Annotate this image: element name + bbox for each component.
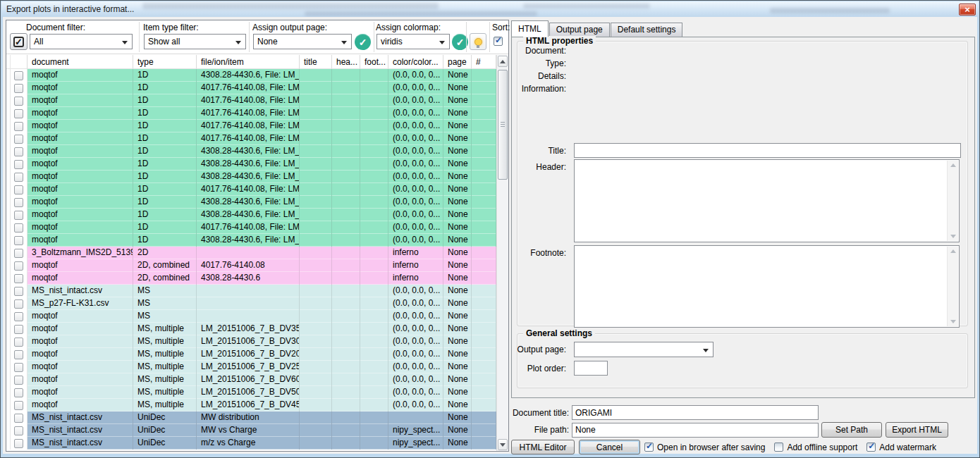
row-checkbox[interactable] bbox=[14, 185, 23, 194]
column-header-6[interactable]: color/color... bbox=[388, 55, 443, 69]
row-checkbox[interactable] bbox=[14, 350, 23, 359]
row-checkbox[interactable] bbox=[14, 287, 23, 296]
row-checkbox[interactable] bbox=[14, 388, 23, 397]
column-header-8[interactable]: # bbox=[472, 55, 496, 69]
table-row[interactable]: moqtof 2D, combined 4308.28-4430.6 infer… bbox=[6, 272, 496, 285]
row-checkbox[interactable] bbox=[14, 84, 23, 93]
html-editor-button[interactable]: HTML Editor bbox=[511, 440, 575, 454]
export-html-button[interactable]: Export HTML bbox=[886, 422, 948, 438]
row-checkbox[interactable] bbox=[14, 338, 23, 347]
column-header-7[interactable]: page bbox=[443, 55, 472, 69]
row-checkbox[interactable] bbox=[14, 122, 23, 131]
table-row[interactable]: moqtof 1D 4017.76-4140.08, File: LM... (… bbox=[6, 132, 496, 145]
row-checkbox[interactable] bbox=[14, 274, 23, 283]
table-row[interactable]: MS_nist_intact.csv UniDec m/z vs Charge … bbox=[6, 437, 496, 450]
row-checkbox[interactable] bbox=[14, 173, 23, 182]
close-button[interactable]: × bbox=[959, 4, 976, 16]
assign-colormap-select[interactable]: viridis bbox=[376, 34, 450, 49]
row-checkbox[interactable] bbox=[14, 439, 23, 448]
row-checkbox[interactable] bbox=[14, 363, 23, 372]
table-row[interactable]: moqtof 1D 4308.28-4430.6, File: LM_... (… bbox=[6, 234, 496, 247]
table-row[interactable]: 3_Boltzmann_IMS2D_5139... 2D inferno Non… bbox=[6, 247, 496, 259]
table-row[interactable]: moqtof 1D 4017.76-4140.08, File: LM... (… bbox=[6, 120, 496, 132]
column-header-2[interactable]: file/ion/item bbox=[197, 55, 300, 69]
document-filter-select[interactable]: All bbox=[30, 34, 133, 49]
row-checkbox-cell bbox=[11, 335, 27, 348]
table-row[interactable]: moqtof 1D 4017.76-4140.08, File: LM... (… bbox=[6, 183, 496, 196]
plot-order-input[interactable] bbox=[574, 361, 608, 376]
checkbox-add-watermark[interactable] bbox=[866, 442, 876, 452]
column-header-3[interactable]: title bbox=[300, 55, 332, 69]
set-path-button[interactable]: Set Path bbox=[821, 422, 882, 438]
row-checkbox[interactable] bbox=[14, 211, 23, 220]
table-row[interactable]: MS_p27-FL-K31.csv MS (0.0, 0.0, 0... Non… bbox=[6, 297, 496, 310]
table-row[interactable]: MS_nist_intact.csv UniDec MW distributio… bbox=[6, 411, 496, 424]
table-row[interactable]: moqtof 1D 4017.76-4140.08, File: LM... (… bbox=[6, 107, 496, 120]
row-checkbox[interactable] bbox=[14, 147, 23, 156]
table-row[interactable]: moqtof 1D 4308.28-4430.6, File: LM_... (… bbox=[6, 171, 496, 183]
table-row[interactable]: moqtof 1D 4308.28-4430.6, File: LM_... (… bbox=[6, 145, 496, 158]
item-type-filter-select[interactable]: Show all bbox=[144, 34, 246, 49]
check-all-button[interactable]: ✓ bbox=[10, 33, 27, 50]
row-checkbox[interactable] bbox=[14, 97, 23, 106]
row-checkbox[interactable] bbox=[14, 249, 23, 258]
title-input[interactable] bbox=[574, 143, 961, 158]
table-row[interactable]: MS_nist_intact.csv UniDec MW vs Charge n… bbox=[6, 424, 496, 437]
table-row[interactable]: moqtof 2D, combined 4017.76-4140.08 infe… bbox=[6, 259, 496, 272]
row-checkbox[interactable] bbox=[14, 376, 23, 385]
table-row[interactable]: moqtof MS, multiple LM_20151006_7_B_DV25… bbox=[6, 361, 496, 373]
column-header-1[interactable]: type bbox=[133, 55, 197, 69]
checkbox-add-offline-support[interactable] bbox=[774, 442, 783, 452]
document-title-input[interactable] bbox=[572, 405, 819, 420]
table-row[interactable]: moqtof 1D 4308.28-4430.6, File: LM_... (… bbox=[6, 69, 496, 82]
table-row[interactable]: moqtof MS (0.0, 0.0, 0... None bbox=[6, 310, 496, 323]
table-row[interactable]: moqtof 1D 4308.28-4430.6, File: LM_... (… bbox=[6, 196, 496, 209]
scroll-down-button[interactable] bbox=[498, 439, 508, 450]
row-checkbox[interactable] bbox=[14, 325, 23, 334]
column-header-5[interactable]: foot... bbox=[360, 55, 388, 69]
row-checkbox[interactable] bbox=[14, 71, 23, 80]
row-checkbox[interactable] bbox=[14, 236, 23, 245]
row-checkbox[interactable] bbox=[14, 426, 23, 435]
tab-default-settings[interactable]: Default settings bbox=[611, 23, 683, 37]
header-textarea[interactable] bbox=[574, 159, 960, 242]
apply-output-page-button[interactable]: ✓ bbox=[355, 34, 371, 50]
row-checkbox[interactable] bbox=[14, 414, 23, 423]
table-row[interactable]: moqtof MS, multiple LM_20151006_7_B_DV20… bbox=[6, 348, 496, 361]
row-checkbox[interactable] bbox=[14, 135, 23, 144]
table-row[interactable]: moqtof 1D 4308.28-4430.6, File: LM_... (… bbox=[6, 209, 496, 221]
titlebar[interactable]: Export plots in interactive format... × bbox=[1, 1, 979, 18]
assign-output-page-select[interactable]: None bbox=[253, 34, 352, 49]
row-checkbox[interactable] bbox=[14, 109, 23, 118]
row-checkbox[interactable] bbox=[14, 299, 23, 309]
table-row[interactable]: moqtof 1D 4017.76-4140.08, File: LM... (… bbox=[6, 221, 496, 234]
output-page-select[interactable] bbox=[574, 342, 713, 357]
footnote-textarea[interactable] bbox=[574, 245, 960, 328]
table-row[interactable]: moqtof MS, multiple LM_20151006_7_B_DV45… bbox=[6, 399, 496, 411]
table-row[interactable]: MS_nist_intact.csv MS (0.0, 0.0, 0... No… bbox=[6, 285, 496, 297]
textarea-scrollbar[interactable] bbox=[947, 161, 958, 241]
sort-checkbox[interactable] bbox=[494, 37, 503, 46]
table-row[interactable]: moqtof 1D 4017.76-4140.08, File: LM... (… bbox=[6, 82, 496, 94]
textarea-scrollbar[interactable] bbox=[947, 247, 958, 326]
table-row[interactable]: moqtof 1D 4308.28-4430.6, File: LM_... (… bbox=[6, 158, 496, 171]
column-header-4[interactable]: hea... bbox=[332, 55, 360, 69]
table-row[interactable]: moqtof MS, multiple LM_20151006_7_B_DV60… bbox=[6, 373, 496, 386]
table-row[interactable]: moqtof MS, multiple LM_20151006_7_B_DV30… bbox=[6, 335, 496, 348]
tab-html[interactable]: HTML bbox=[511, 20, 549, 37]
row-checkbox[interactable] bbox=[14, 312, 23, 321]
highlight-button[interactable] bbox=[470, 33, 486, 50]
row-checkbox[interactable] bbox=[14, 198, 23, 207]
file-path-input[interactable] bbox=[572, 423, 819, 438]
row-checkbox[interactable] bbox=[14, 160, 23, 169]
table-row[interactable]: moqtof MS, multiple LM_20151006_7_B_DV50… bbox=[6, 386, 496, 399]
table-row[interactable]: moqtof MS, multiple LM_20151006_7_B_DV35… bbox=[6, 323, 496, 335]
checkbox-open-in-browser-after-saving[interactable] bbox=[644, 442, 654, 452]
row-checkbox[interactable] bbox=[14, 261, 23, 271]
table-row[interactable]: moqtof 1D 4017.76-4140.08, File: LM... (… bbox=[6, 94, 496, 107]
column-header-0[interactable]: document bbox=[27, 55, 133, 69]
cancel-button[interactable]: Cancel bbox=[579, 440, 640, 454]
row-checkbox[interactable] bbox=[14, 223, 23, 233]
tab-output-page[interactable]: Output page bbox=[549, 23, 610, 37]
row-checkbox[interactable] bbox=[14, 401, 23, 410]
